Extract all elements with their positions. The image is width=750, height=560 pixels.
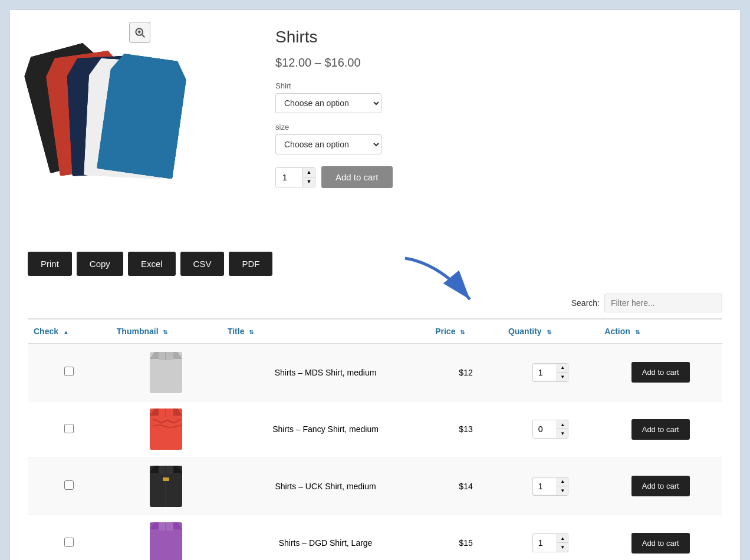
col-thumbnail[interactable]: Thumbnail ⇅ — [111, 319, 222, 344]
row-qty-down-button[interactable]: ▼ — [557, 429, 568, 438]
check-cell — [28, 401, 111, 458]
table-row: Shirts – UCK Shirt, medium$14▲▼Add to ca… — [28, 458, 722, 515]
quantity-up-button[interactable]: ▲ — [303, 168, 315, 177]
row-qty-down-button[interactable]: ▼ — [557, 486, 568, 495]
search-label: Search: — [571, 298, 600, 308]
price-cell: $14 — [429, 458, 502, 515]
shirt-select[interactable]: Choose an option MDS Shirt Fancy Shirt U… — [275, 93, 381, 113]
thumbnail-image — [149, 407, 184, 452]
quantity-cell: ▲▼ — [502, 458, 598, 515]
col-title[interactable]: Title ⇅ — [222, 319, 429, 344]
sort-icon-quantity: ⇅ — [547, 329, 551, 335]
col-check[interactable]: Check ▲ — [28, 319, 111, 344]
check-cell — [28, 515, 111, 560]
row-quantity-stepper: ▲▼ — [532, 533, 568, 552]
row-qty-spinners: ▲▼ — [557, 364, 568, 381]
svg-line-1 — [142, 35, 145, 38]
product-title: Shirts — [275, 28, 722, 47]
row-qty-down-button[interactable]: ▼ — [557, 543, 568, 552]
quantity-cell: ▲▼ — [502, 401, 598, 458]
row-checkbox[interactable] — [64, 424, 74, 433]
row-quantity-input[interactable] — [533, 365, 557, 380]
row-quantity-stepper: ▲▼ — [532, 363, 568, 382]
svg-rect-18 — [163, 477, 169, 481]
pdf-button[interactable]: PDF — [229, 252, 272, 276]
thumbnail-cell — [111, 458, 222, 515]
page-container: Shirts $12.00 – $16.00 Shirt Choose an o… — [9, 9, 741, 560]
quantity-cell: ▲▼ — [502, 344, 598, 401]
title-cell: Shirts – Fancy Shirt, medium — [222, 401, 429, 458]
size-label: size — [275, 123, 722, 131]
quantity-cell: ▲▼ — [502, 515, 598, 560]
copy-button[interactable]: Copy — [77, 252, 123, 276]
table-body: Shirts – MDS Shirt, medium$12▲▼Add to ca… — [28, 344, 722, 560]
add-to-cart-area: ▲ ▼ Add to cart — [275, 166, 722, 188]
row-qty-up-button[interactable]: ▲ — [557, 420, 568, 429]
quantity-down-button[interactable]: ▼ — [303, 177, 315, 187]
row-quantity-input[interactable] — [533, 535, 557, 551]
price-cell: $13 — [429, 401, 502, 458]
row-add-to-cart-button[interactable]: Add to cart — [631, 533, 690, 554]
table-header-row: Check ▲ Thumbnail ⇅ Title ⇅ Price ⇅ Quan… — [28, 319, 722, 344]
add-to-cart-button[interactable]: Add to cart — [321, 166, 393, 188]
zoom-icon[interactable] — [129, 22, 150, 43]
price-cell: $12 — [429, 344, 502, 401]
title-cell: Shirts – MDS Shirt, medium — [222, 344, 429, 401]
row-qty-up-button[interactable]: ▲ — [557, 477, 568, 486]
title-cell: Shirts – DGD Shirt, Large — [222, 515, 429, 560]
price-range: $12.00 – $16.00 — [275, 56, 722, 70]
col-action[interactable]: Action ⇅ — [598, 319, 722, 344]
price-cell: $15 — [429, 515, 502, 560]
row-checkbox[interactable] — [64, 367, 74, 376]
action-cell: Add to cart — [598, 401, 722, 458]
sort-icon-price: ⇅ — [460, 329, 465, 335]
thumbnail-cell — [111, 515, 222, 560]
table-section: Search: Check ▲ Thumbnail ⇅ Title ⇅ Pric… — [28, 294, 722, 560]
quantity-spinners: ▲ ▼ — [302, 168, 315, 187]
row-add-to-cart-button[interactable]: Add to cart — [631, 476, 690, 496]
title-cell: Shirts – UCK Shirt, medium — [222, 458, 429, 515]
row-checkbox[interactable] — [64, 480, 74, 490]
quantity-stepper: ▲ ▼ — [275, 167, 315, 187]
quantity-input[interactable] — [276, 169, 302, 186]
size-select[interactable]: Choose an option Small Medium Large X-La… — [275, 134, 381, 154]
row-add-to-cart-button[interactable]: Add to cart — [631, 362, 690, 383]
row-quantity-input[interactable] — [533, 421, 557, 437]
row-qty-spinners: ▲▼ — [557, 420, 568, 438]
table-header: Check ▲ Thumbnail ⇅ Title ⇅ Price ⇅ Quan… — [28, 319, 722, 344]
print-button[interactable]: Print — [28, 252, 72, 276]
row-checkbox[interactable] — [64, 538, 74, 547]
sort-icon-action: ⇅ — [635, 329, 640, 335]
row-qty-spinners: ▲▼ — [557, 534, 568, 552]
search-input[interactable] — [604, 294, 722, 312]
csv-button[interactable]: CSV — [180, 252, 225, 276]
row-quantity-stepper: ▲▼ — [532, 420, 568, 439]
action-cell: Add to cart — [598, 515, 722, 560]
product-section: Shirts $12.00 – $16.00 Shirt Choose an o… — [28, 22, 722, 234]
table-row: Shirts – Fancy Shirt, medium$13▲▼Add to … — [28, 401, 722, 458]
row-qty-spinners: ▲▼ — [557, 477, 568, 495]
thumbnail-image — [149, 521, 184, 561]
size-option-group: size Choose an option Small Medium Large… — [275, 123, 722, 154]
shirt-label: Shirt — [275, 81, 722, 90]
action-cell: Add to cart — [598, 344, 722, 401]
row-quantity-input[interactable] — [533, 479, 557, 494]
row-qty-up-button[interactable]: ▲ — [557, 534, 568, 543]
excel-button[interactable]: Excel — [128, 252, 176, 276]
col-quantity[interactable]: Quantity ⇅ — [502, 319, 598, 344]
row-qty-up-button[interactable]: ▲ — [557, 364, 568, 373]
sort-icon-check: ▲ — [63, 329, 69, 335]
table-row: Shirts – DGD Shirt, Large$15▲▼Add to car… — [28, 515, 722, 560]
check-cell — [28, 344, 111, 401]
action-cell: Add to cart — [598, 458, 722, 515]
row-quantity-stepper: ▲▼ — [532, 477, 568, 496]
shirt-blue — [97, 52, 189, 179]
thumbnail-cell — [111, 344, 222, 401]
row-qty-down-button[interactable]: ▼ — [557, 373, 568, 381]
row-add-to-cart-button[interactable]: Add to cart — [631, 419, 690, 440]
product-image-area — [28, 22, 252, 234]
shirt-option-group: Shirt Choose an option MDS Shirt Fancy S… — [275, 81, 722, 113]
check-cell — [28, 458, 111, 515]
product-image — [34, 48, 234, 230]
col-price[interactable]: Price ⇅ — [429, 319, 502, 344]
